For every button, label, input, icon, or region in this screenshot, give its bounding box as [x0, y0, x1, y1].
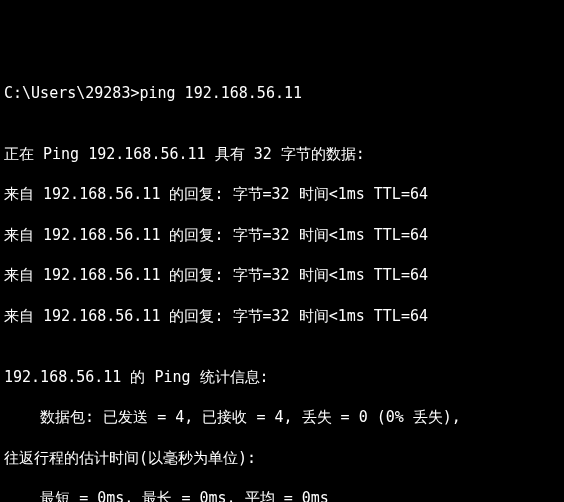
ping-stats-header: 192.168.56.11 的 Ping 统计信息:: [4, 367, 560, 387]
command-input: ping 192.168.56.11: [139, 84, 302, 102]
ping-packets: 数据包: 已发送 = 4, 已接收 = 4, 丢失 = 0 (0% 丢失),: [4, 407, 560, 427]
ping-header: 正在 Ping 192.168.56.11 具有 32 字节的数据:: [4, 144, 560, 164]
ping-rtt: 最短 = 0ms, 最长 = 0ms, 平均 = 0ms: [4, 488, 560, 502]
prompt: C:\Users\29283>: [4, 84, 139, 102]
ping-reply: 来自 192.168.56.11 的回复: 字节=32 时间<1ms TTL=6…: [4, 225, 560, 245]
ping-reply: 来自 192.168.56.11 的回复: 字节=32 时间<1ms TTL=6…: [4, 306, 560, 326]
ping-reply: 来自 192.168.56.11 的回复: 字节=32 时间<1ms TTL=6…: [4, 184, 560, 204]
ping-reply: 来自 192.168.56.11 的回复: 字节=32 时间<1ms TTL=6…: [4, 265, 560, 285]
command-line-1[interactable]: C:\Users\29283>ping 192.168.56.11: [4, 83, 560, 103]
ping-rtt-header: 往返行程的估计时间(以毫秒为单位):: [4, 448, 560, 468]
